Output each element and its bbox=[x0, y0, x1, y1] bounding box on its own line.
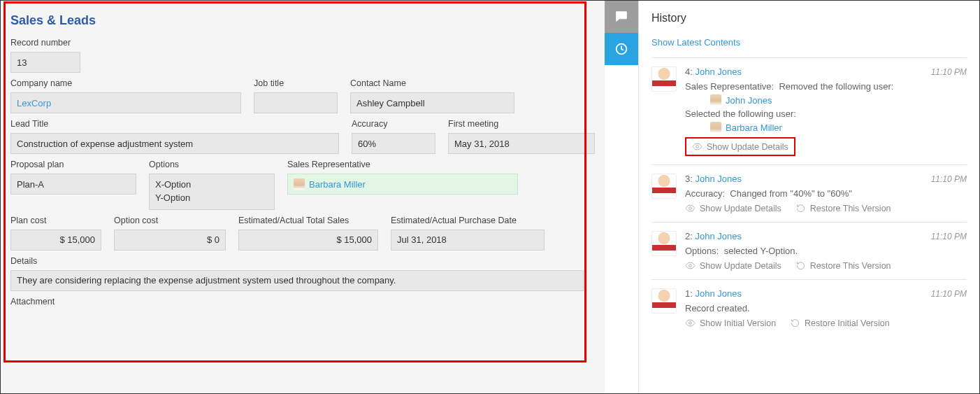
contact-name-value: Ashley Campbell bbox=[350, 92, 514, 113]
history-title: History bbox=[651, 12, 967, 24]
accuracy-value: 60% bbox=[352, 133, 435, 154]
avatar-icon bbox=[651, 288, 677, 314]
entry-field: Accuracy: bbox=[685, 188, 725, 199]
entry-removed-label: Removed the following user: bbox=[779, 81, 893, 92]
entry-num: 3: bbox=[685, 174, 693, 184]
svg-point-4 bbox=[689, 322, 692, 325]
first-meeting-value: May 31, 2018 bbox=[448, 133, 595, 154]
entry-change: selected Y-Option. bbox=[724, 246, 798, 256]
options-value: X-Option Y-Option bbox=[149, 174, 275, 210]
entry-change: Changed from "40%" to "60%" bbox=[730, 188, 852, 199]
proposal-plan-label: Proposal plan bbox=[10, 160, 136, 169]
svg-point-2 bbox=[689, 207, 692, 210]
entry-selected-label: Selected the following user: bbox=[685, 108, 967, 119]
contact-name-label: Contact Name bbox=[350, 78, 514, 88]
restore-initial-version-button[interactable]: Restore Initial Version bbox=[790, 318, 890, 328]
company-name-value[interactable]: LexCorp bbox=[10, 92, 241, 113]
record-number-label: Record number bbox=[10, 38, 80, 48]
avatar-icon bbox=[710, 122, 721, 133]
accuracy-label: Accuracy bbox=[352, 119, 435, 129]
tab-history[interactable] bbox=[605, 33, 638, 65]
details-value: They are considering replacing the expen… bbox=[10, 270, 584, 291]
proposal-plan-value: Plan-A bbox=[10, 174, 136, 195]
sales-rep-value[interactable]: Barbara Miller bbox=[287, 174, 518, 195]
attachment-label: Attachment bbox=[10, 297, 584, 307]
show-initial-version-button[interactable]: Show Initial Version bbox=[685, 318, 776, 328]
entry-num: 2: bbox=[685, 231, 693, 241]
removed-user-link[interactable]: John Jones bbox=[726, 95, 772, 106]
option-1: Y-Option bbox=[155, 192, 190, 205]
entry-time: 11:10 PM bbox=[931, 174, 967, 184]
lead-title-value: Construction of expense adjustment syste… bbox=[10, 133, 339, 154]
option-0: X-Option bbox=[155, 178, 191, 192]
entry-user-link[interactable]: John Jones bbox=[695, 174, 742, 184]
est-date-label: Estimated/Actual Purchase Date bbox=[391, 216, 545, 225]
show-update-details-button[interactable]: Show Update Details bbox=[685, 203, 781, 213]
history-entry: 4: John Jones 11:10 PM Sales Representat… bbox=[651, 57, 967, 164]
entry-num: 1: bbox=[685, 288, 693, 299]
comment-icon bbox=[614, 9, 629, 24]
restore-icon bbox=[790, 318, 800, 328]
eye-icon bbox=[685, 318, 696, 328]
job-title-value bbox=[254, 92, 338, 113]
form-panel: Sales & Leads Record number 13 Company n… bbox=[1, 1, 605, 311]
details-label: Details bbox=[10, 256, 584, 266]
sales-rep-name: Barbara Miller bbox=[309, 179, 366, 190]
avatar-icon bbox=[294, 178, 305, 190]
entry-user-link[interactable]: John Jones bbox=[695, 288, 742, 299]
avatar-icon bbox=[710, 94, 721, 106]
avatar-icon bbox=[651, 66, 677, 92]
est-date-value: Jul 31, 2018 bbox=[391, 230, 545, 251]
entry-num: 4: bbox=[685, 66, 693, 77]
show-update-details-button[interactable]: Show Update Details bbox=[685, 260, 781, 271]
est-total-label: Estimated/Actual Total Sales bbox=[238, 216, 378, 225]
option-cost-value: $ 0 bbox=[114, 230, 226, 251]
svg-point-1 bbox=[696, 146, 699, 148]
entry-field: Sales Representative: bbox=[685, 81, 774, 92]
history-entry: 1: John Jones 11:10 PM Record created. S… bbox=[651, 279, 967, 337]
record-number-value: 13 bbox=[10, 52, 80, 73]
eye-icon bbox=[692, 141, 702, 152]
company-name-label: Company name bbox=[10, 78, 241, 88]
options-label: Options bbox=[149, 160, 275, 169]
job-title-label: Job title bbox=[254, 78, 338, 88]
entry-time: 11:10 PM bbox=[931, 232, 967, 241]
entry-change: Record created. bbox=[685, 303, 967, 314]
eye-icon bbox=[685, 260, 696, 271]
option-cost-label: Option cost bbox=[114, 216, 226, 225]
selected-user-link[interactable]: Barbara Miller bbox=[726, 122, 782, 133]
entry-user-link[interactable]: John Jones bbox=[695, 66, 742, 77]
restore-icon bbox=[795, 260, 806, 271]
plan-cost-value: $ 15,000 bbox=[10, 230, 101, 251]
form-title: Sales & Leads bbox=[10, 13, 595, 28]
entry-field: Options: bbox=[685, 246, 719, 256]
lead-title-label: Lead Title bbox=[10, 119, 339, 129]
plan-cost-label: Plan cost bbox=[10, 216, 101, 225]
est-total-value: $ 15,000 bbox=[238, 230, 378, 251]
svg-point-3 bbox=[689, 265, 692, 267]
eye-icon bbox=[685, 203, 696, 213]
entry-time: 11:10 PM bbox=[931, 67, 967, 77]
history-entry: 2: John Jones 11:10 PM Options: selected… bbox=[651, 222, 967, 279]
history-entry: 3: John Jones 11:10 PM Accuracy: Changed… bbox=[651, 164, 967, 222]
entry-time: 11:10 PM bbox=[931, 289, 967, 299]
avatar-icon bbox=[651, 174, 677, 199]
tab-comments[interactable] bbox=[605, 1, 638, 33]
restore-icon bbox=[795, 203, 806, 213]
sales-rep-label: Sales Representative bbox=[287, 160, 518, 169]
show-update-details-button[interactable]: Show Update Details bbox=[685, 137, 795, 156]
side-tabs bbox=[605, 1, 638, 393]
restore-version-button[interactable]: Restore This Version bbox=[795, 260, 891, 271]
show-latest-link[interactable]: Show Latest Contents bbox=[651, 37, 740, 48]
entry-user-link[interactable]: John Jones bbox=[695, 231, 742, 241]
avatar-icon bbox=[651, 231, 677, 256]
restore-version-button[interactable]: Restore This Version bbox=[795, 203, 891, 213]
first-meeting-label: First meeting bbox=[448, 119, 595, 129]
history-icon bbox=[614, 41, 629, 57]
